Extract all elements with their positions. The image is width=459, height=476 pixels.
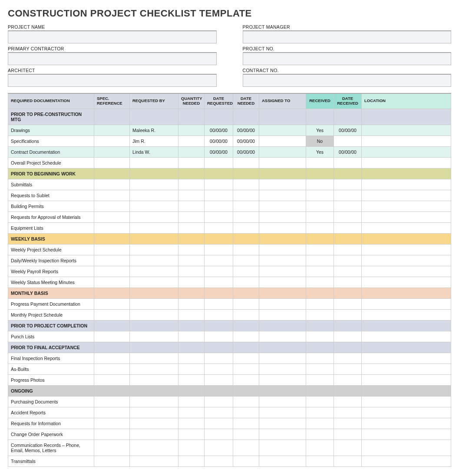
cell-doc[interactable]: Monthly Project Schedule — [8, 309, 94, 320]
cell-spec[interactable] — [94, 125, 130, 136]
cell-received[interactable] — [306, 157, 334, 168]
cell-dneed[interactable]: 00/00/00 — [233, 125, 259, 136]
cell-loc[interactable] — [362, 146, 451, 157]
cell-assign[interactable] — [259, 298, 306, 309]
cell-assign[interactable] — [259, 309, 306, 320]
cell-doc[interactable]: Change Order Paperwork — [8, 429, 94, 440]
cell-qty[interactable] — [178, 331, 205, 342]
cell-reqby[interactable] — [130, 244, 178, 255]
cell-assign[interactable] — [259, 255, 306, 266]
cell-qty[interactable] — [178, 125, 205, 136]
cell-loc[interactable] — [362, 190, 451, 201]
cell-qty[interactable] — [178, 244, 205, 255]
cell-assign[interactable] — [259, 125, 306, 136]
cell-loc[interactable] — [362, 244, 451, 255]
cell-dreq[interactable] — [205, 298, 233, 309]
cell-loc[interactable] — [362, 456, 451, 466]
cell-received[interactable] — [306, 456, 334, 466]
cell-reqby[interactable]: Jim R. — [130, 136, 178, 146]
cell-spec[interactable] — [94, 266, 130, 277]
cell-loc[interactable] — [362, 418, 451, 429]
cell-spec[interactable] — [94, 190, 130, 201]
cell-loc[interactable] — [362, 407, 451, 418]
cell-spec[interactable] — [94, 255, 130, 266]
cell-reqby[interactable]: Maleeka R. — [130, 125, 178, 136]
cell-doc[interactable]: Specifications — [8, 136, 94, 146]
cell-doc[interactable]: Purchasing Documents — [8, 396, 94, 407]
cell-assign[interactable] — [259, 244, 306, 255]
cell-reqby[interactable] — [130, 331, 178, 342]
cell-received[interactable] — [306, 298, 334, 309]
cell-dneed[interactable] — [233, 298, 259, 309]
cell-assign[interactable] — [259, 157, 306, 168]
cell-qty[interactable] — [178, 255, 205, 266]
cell-received[interactable] — [306, 396, 334, 407]
cell-reqby[interactable] — [130, 157, 178, 168]
cell-qty[interactable] — [178, 157, 205, 168]
cell-reqby[interactable] — [130, 201, 178, 212]
cell-loc[interactable] — [362, 396, 451, 407]
cell-assign[interactable] — [259, 353, 306, 364]
cell-doc[interactable]: Overall Project Schedule — [8, 157, 94, 168]
cell-qty[interactable] — [178, 146, 205, 157]
cell-spec[interactable] — [94, 298, 130, 309]
cell-dneed[interactable] — [233, 456, 259, 466]
cell-drecv[interactable] — [334, 179, 362, 190]
cell-drecv[interactable] — [334, 374, 362, 385]
input-architect[interactable] — [8, 74, 217, 87]
cell-reqby[interactable] — [130, 440, 178, 456]
cell-doc[interactable]: Requests for Approval of Materials — [8, 212, 94, 222]
cell-received[interactable]: Yes — [306, 125, 334, 136]
cell-drecv[interactable] — [334, 255, 362, 266]
cell-dneed[interactable] — [233, 407, 259, 418]
input-contract-no[interactable] — [243, 74, 452, 87]
cell-reqby[interactable] — [130, 222, 178, 233]
cell-spec[interactable] — [94, 353, 130, 364]
cell-received[interactable] — [306, 429, 334, 440]
cell-assign[interactable] — [259, 396, 306, 407]
cell-doc[interactable]: Drawings — [8, 125, 94, 136]
cell-dneed[interactable]: 00/00/00 — [233, 146, 259, 157]
cell-drecv[interactable] — [334, 440, 362, 456]
cell-dreq[interactable] — [205, 201, 233, 212]
cell-reqby[interactable] — [130, 277, 178, 288]
cell-dreq[interactable] — [205, 456, 233, 466]
cell-doc[interactable]: Daily/Weekly Inspection Reports — [8, 255, 94, 266]
cell-loc[interactable] — [362, 277, 451, 288]
cell-qty[interactable] — [178, 440, 205, 456]
cell-assign[interactable] — [259, 277, 306, 288]
cell-drecv[interactable]: 00/00/00 — [334, 146, 362, 157]
cell-doc[interactable]: Weekly Project Schedule — [8, 244, 94, 255]
cell-doc[interactable]: Final Inspection Reports — [8, 353, 94, 364]
cell-dreq[interactable] — [205, 309, 233, 320]
cell-loc[interactable] — [362, 255, 451, 266]
cell-received[interactable] — [306, 179, 334, 190]
cell-doc[interactable]: Building Permits — [8, 201, 94, 212]
cell-spec[interactable] — [94, 146, 130, 157]
cell-reqby[interactable] — [130, 255, 178, 266]
cell-dneed[interactable] — [233, 266, 259, 277]
cell-received[interactable] — [306, 190, 334, 201]
cell-doc[interactable]: As-Builts — [8, 364, 94, 374]
cell-received[interactable] — [306, 353, 334, 364]
cell-reqby[interactable]: Linda W. — [130, 146, 178, 157]
cell-reqby[interactable] — [130, 364, 178, 374]
input-project-manager[interactable] — [243, 30, 452, 43]
cell-drecv[interactable] — [334, 222, 362, 233]
cell-dreq[interactable] — [205, 407, 233, 418]
cell-dneed[interactable] — [233, 277, 259, 288]
cell-spec[interactable] — [94, 456, 130, 466]
cell-qty[interactable] — [178, 374, 205, 385]
cell-drecv[interactable] — [334, 456, 362, 466]
cell-drecv[interactable] — [334, 309, 362, 320]
cell-drecv[interactable] — [334, 298, 362, 309]
cell-dreq[interactable] — [205, 244, 233, 255]
cell-dneed[interactable] — [233, 364, 259, 374]
cell-loc[interactable] — [362, 222, 451, 233]
cell-received[interactable] — [306, 309, 334, 320]
cell-drecv[interactable] — [334, 429, 362, 440]
cell-dneed[interactable] — [233, 212, 259, 222]
cell-qty[interactable] — [178, 136, 205, 146]
cell-spec[interactable] — [94, 396, 130, 407]
cell-dneed[interactable] — [233, 396, 259, 407]
